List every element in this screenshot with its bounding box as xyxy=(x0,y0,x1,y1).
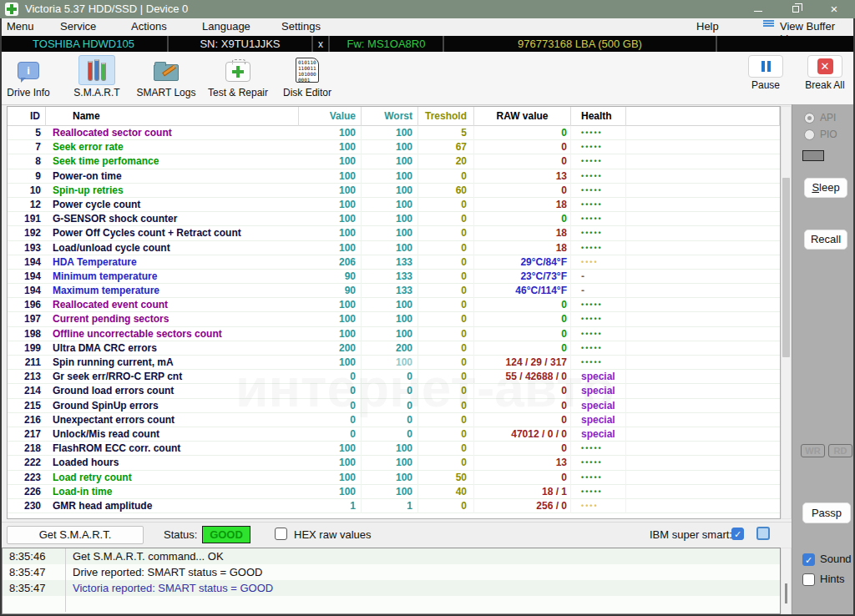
ibm-super-smart-checkbox[interactable]: ✓ xyxy=(731,528,744,540)
hints-checkbox[interactable] xyxy=(802,573,815,586)
cell-health: ••••• xyxy=(571,184,626,198)
pause-icon xyxy=(761,61,771,72)
minimize-button[interactable] xyxy=(741,0,775,18)
close-button[interactable]: × xyxy=(817,0,851,18)
sound-checkbox[interactable]: ✓ xyxy=(802,553,815,566)
table-row[interactable]: 12Power cycle count100100018••••• xyxy=(8,198,780,212)
cell-id: 216 xyxy=(8,413,46,427)
recall-button[interactable]: Recall xyxy=(804,230,847,250)
cell-treshold: 0 xyxy=(418,255,474,270)
cell-worst: 100 xyxy=(362,154,418,169)
cell-worst: 100 xyxy=(362,471,418,485)
cell-health: special xyxy=(571,370,626,384)
cell-health: ••••• xyxy=(571,154,626,169)
cell-filler xyxy=(626,456,780,470)
table-row[interactable]: 217Unlock/Mis read count00047012 / 0 / 0… xyxy=(8,427,780,442)
cell-id: 193 xyxy=(8,241,46,255)
api-radio[interactable]: API xyxy=(804,112,836,124)
sleep-button[interactable]: Sleep xyxy=(804,178,847,198)
table-scrollbar-thumb[interactable] xyxy=(782,178,790,357)
cell-treshold: 0 xyxy=(418,298,474,312)
get-smart-button[interactable]: Get S.M.A.R.T. xyxy=(7,526,144,544)
cell-treshold: 0 xyxy=(418,499,474,513)
log-entry: 8:35:47Victoria reported: SMART status =… xyxy=(3,580,780,596)
cell-treshold: 0 xyxy=(418,212,474,226)
table-row[interactable]: 191G-SENSOR shock counter10010000••••• xyxy=(8,212,780,226)
table-row[interactable]: 211Spin running current, mA1001000124 / … xyxy=(8,356,780,370)
table-row[interactable]: 196Reallocated event count10010000••••• xyxy=(8,298,780,312)
table-row[interactable]: 226Load-in time1001004018 / 1••••• xyxy=(8,485,780,499)
table-row[interactable]: 194HDA Temperature206133029°C/84°F•••• xyxy=(8,255,780,270)
column-header-filler xyxy=(626,107,780,126)
table-row[interactable]: 218FlashROM ECC corr. count10010000••••• xyxy=(8,442,780,456)
table-row[interactable]: 230GMR head amplitude110256 / 0•••• xyxy=(8,499,780,513)
test-repair-button[interactable]: Test & Repair xyxy=(201,55,275,98)
table-row[interactable]: 8Seek time perfomance100100200••••• xyxy=(8,154,780,169)
info-bubble-icon: i xyxy=(18,62,39,79)
cell-filler xyxy=(626,413,780,427)
wr-button[interactable]: WR xyxy=(801,444,825,457)
cell-name: GMR head amplitude xyxy=(46,499,299,513)
sound-checkbox-row[interactable]: ✓Sound xyxy=(802,553,852,566)
pio-radio[interactable]: PIO xyxy=(804,129,837,140)
table-row[interactable]: 197Current pending sectors10010000••••• xyxy=(8,312,780,326)
table-row[interactable]: 194Maximum temperature90133046°C/114°F- xyxy=(8,284,780,298)
cell-name: Load-in time xyxy=(46,485,299,499)
cell-value: 100 xyxy=(299,169,362,184)
menu-item-menu[interactable]: Menu xyxy=(7,20,34,33)
list-icon xyxy=(763,20,774,29)
log-scrollbar[interactable] xyxy=(781,548,792,614)
cell-value: 206 xyxy=(299,255,362,270)
table-row[interactable]: 7Seek error rate100100670••••• xyxy=(8,140,780,154)
smart-logs-button[interactable]: SMART Logs xyxy=(132,55,200,98)
menu-item-actions[interactable]: Actions xyxy=(131,20,167,33)
cell-id: 7 xyxy=(8,140,46,154)
table-row[interactable]: 193Load/unload cycle count100100018••••• xyxy=(8,241,780,255)
table-row[interactable]: 215Ground SpinUp errors0000special xyxy=(8,399,780,413)
drive-info-button[interactable]: i Drive Info xyxy=(3,55,53,98)
cell-worst: 100 xyxy=(362,140,418,154)
disk-editor-label: Disk Editor xyxy=(274,87,341,98)
table-row[interactable]: 214Ground load errors count0000special xyxy=(8,384,780,398)
table-row[interactable]: 9Power-on time100100013••••• xyxy=(8,169,780,184)
table-row[interactable]: 222Loaded hours100100013••••• xyxy=(8,456,780,470)
menu-item-help[interactable]: Help xyxy=(696,20,719,33)
pause-button[interactable]: Pause xyxy=(741,55,790,91)
bottom-right-panel: ✓Sound Hints xyxy=(792,547,855,616)
menu-item-language[interactable]: Language xyxy=(202,20,250,33)
cell-raw: 18 xyxy=(474,198,571,212)
hex-raw-checkbox[interactable] xyxy=(275,528,287,540)
blue-square-checkbox[interactable] xyxy=(756,527,770,540)
smart-button[interactable]: S.M.A.R.T xyxy=(72,55,122,98)
maximize-button[interactable] xyxy=(779,0,812,18)
cell-raw: 46°C/114°F xyxy=(474,284,571,298)
table-row[interactable]: 194Minimum temperature90133023°C/73°F- xyxy=(8,270,780,284)
cell-treshold: 0 xyxy=(418,169,474,184)
table-row[interactable]: 5Reallocated sector count10010050••••• xyxy=(8,126,780,140)
cell-filler xyxy=(626,312,780,326)
cell-filler xyxy=(626,341,780,356)
table-row[interactable]: 216Unexpectant errors count0000special xyxy=(8,413,780,427)
table-scrollbar[interactable] xyxy=(781,106,792,519)
sound-label: Sound xyxy=(820,553,852,565)
table-row[interactable]: 198Offline uncorrectable sectors count10… xyxy=(8,327,780,341)
rd-button[interactable]: RD xyxy=(828,444,852,457)
log-scrollbar-thumb[interactable] xyxy=(785,583,787,603)
cell-id: 5 xyxy=(8,126,46,140)
table-row[interactable]: 10Spin-up retries100100600••••• xyxy=(8,184,780,198)
hints-checkbox-row[interactable]: Hints xyxy=(802,573,845,586)
menu-item-settings[interactable]: Settings xyxy=(281,20,321,33)
log-empty-row xyxy=(3,596,780,612)
serial-close-icon[interactable]: x xyxy=(313,36,330,52)
table-row[interactable]: 223Load retry count100100500••••• xyxy=(8,471,780,485)
table-row[interactable]: 192Power Off Cycles count + Retract coun… xyxy=(8,226,780,240)
menu-bar: Menu Service Actions Language Settings H… xyxy=(0,18,855,36)
break-all-button[interactable]: ✕ Break All xyxy=(797,55,852,91)
passp-button[interactable]: Passp xyxy=(802,502,851,523)
column-header-name: Name xyxy=(46,107,299,126)
menu-item-service[interactable]: Service xyxy=(60,20,96,33)
disk-editor-button[interactable]: 010110110011101000 0001 Disk Editor xyxy=(274,55,341,98)
cell-health: ••••• xyxy=(571,241,626,255)
table-row[interactable]: 199Ultra DMA CRC errors20020000••••• xyxy=(8,341,780,356)
table-row[interactable]: 213Gr seek err/RRO-C ERP cnt00055 / 4268… xyxy=(8,370,780,384)
